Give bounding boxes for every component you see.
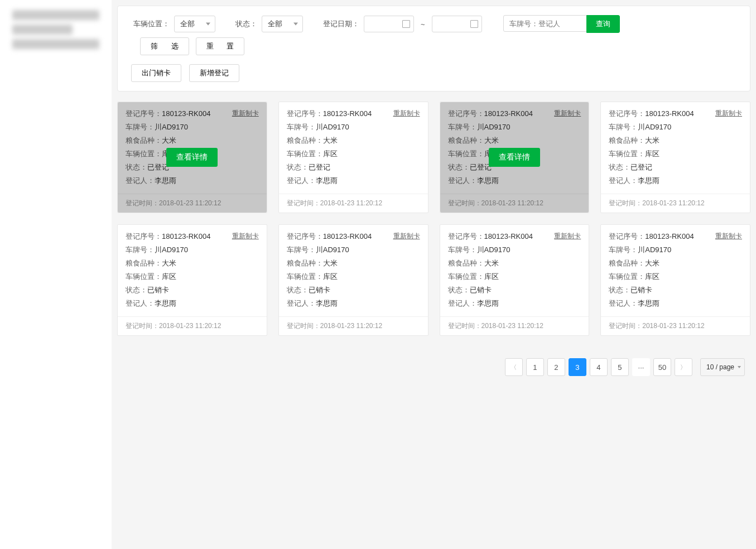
register-card[interactable]: 登记序号：180123-RK004 重新制卡 车牌号：川AD9170 粮食品种：… [440, 224, 590, 336]
reprint-link[interactable]: 重新制卡 [554, 232, 581, 241]
search-input[interactable] [503, 15, 587, 32]
register-card[interactable]: 登记序号：180123-RK004 重新制卡 车牌号：川AD9170 粮食品种：… [278, 102, 428, 213]
date-range-tilde: ~ [421, 20, 425, 28]
register-card[interactable]: 登记序号：180123-RK004 重新制卡 车牌号：川AD9170 粮食品种：… [278, 224, 428, 336]
reprint-link[interactable]: 重新制卡 [393, 232, 420, 241]
vehicle-location-label: 车辆位置： [133, 19, 170, 29]
page-last-button[interactable]: 50 [653, 358, 671, 376]
date-to-input[interactable] [432, 16, 482, 32]
page-number-button[interactable]: 1 [526, 358, 544, 376]
page-number-button[interactable]: 2 [547, 358, 565, 376]
register-card[interactable]: 登记序号：180123-RK004 重新制卡 车牌号：川AD9170 粮食品种：… [117, 224, 267, 336]
view-details-button[interactable]: 查看详情 [489, 148, 540, 167]
checkout-card-button[interactable]: 出门销卡 [131, 64, 181, 82]
register-card[interactable]: 登记序号：180123-RK004 重新制卡 车牌号：川AD9170 粮食品种：… [600, 224, 750, 336]
reprint-link[interactable]: 重新制卡 [715, 109, 742, 118]
chevron-right-icon: 〉 [680, 363, 686, 372]
filter-button[interactable]: 筛 选 [140, 37, 189, 55]
reprint-link[interactable]: 重新制卡 [715, 232, 742, 241]
pagination: 〈 12345 ··· 50 〉 10 / page [123, 358, 745, 376]
page-prev-button[interactable]: 〈 [505, 358, 523, 376]
reset-button[interactable]: 重 置 [196, 37, 245, 55]
reprint-link[interactable]: 重新制卡 [232, 232, 259, 241]
date-from-input[interactable] [364, 16, 414, 32]
main-content: 车辆位置： 全部 状态： 全部 登记日期： ~ 查询 筛 选 重 置 出门销卡 [112, 0, 756, 549]
status-select[interactable]: 全部 [262, 16, 303, 32]
register-card[interactable]: 登记序号：180123-RK004 重新制卡 车牌号：川AD9170 粮食品种：… [600, 102, 750, 213]
view-details-button[interactable]: 查看详情 [166, 148, 218, 167]
reg-date-label: 登记日期： [323, 19, 359, 29]
card-overlay: 查看详情 [118, 102, 267, 213]
register-card[interactable]: 登记序号：180123-RK004 重新制卡 车牌号：川AD9170 粮食品种：… [440, 102, 590, 213]
sidebar [0, 0, 112, 549]
card-overlay: 查看详情 [440, 102, 589, 213]
status-label: 状态： [235, 19, 257, 29]
chevron-left-icon: 〈 [511, 363, 517, 372]
reprint-link[interactable]: 重新制卡 [393, 109, 420, 118]
page-number-button[interactable]: 3 [569, 358, 586, 376]
vehicle-location-select[interactable]: 全部 [174, 16, 215, 32]
page-next-button[interactable]: 〉 [675, 358, 692, 376]
cards-grid: 登记序号：180123-RK004 重新制卡 车牌号：川AD9170 粮食品种：… [117, 102, 750, 336]
page-number-button[interactable]: 5 [611, 358, 629, 376]
page-number-button[interactable]: 4 [590, 358, 608, 376]
page-size-select[interactable]: 10 / page [700, 358, 745, 376]
register-card[interactable]: 登记序号：180123-RK004 重新制卡 车牌号：川AD9170 粮食品种：… [117, 102, 267, 213]
filter-bar: 车辆位置： 全部 状态： 全部 登记日期： ~ 查询 筛 选 重 置 出门销卡 [117, 6, 750, 92]
page-ellipsis: ··· [632, 358, 650, 376]
query-button[interactable]: 查询 [586, 15, 620, 33]
new-register-button[interactable]: 新增登记 [189, 64, 239, 82]
